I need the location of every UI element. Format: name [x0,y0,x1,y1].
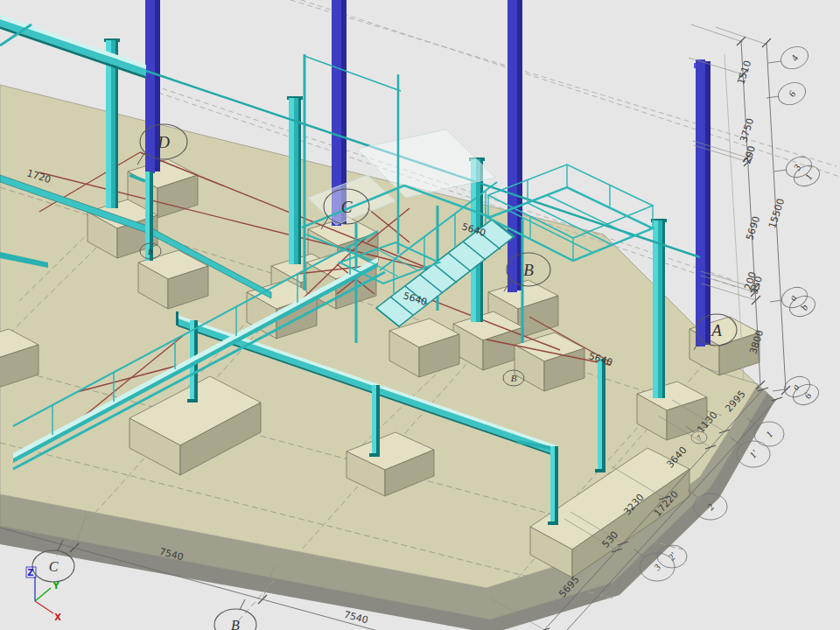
grid-bubble-label: b [148,246,153,256]
column-edge [662,220,665,398]
base-plate [595,469,606,472]
column-face [550,446,555,523]
grid-bubble-label: B [511,373,517,383]
column-face [598,359,602,471]
column-edge [602,359,606,471]
base-plate [187,399,198,402]
column-side [705,61,710,345]
column-face [372,385,376,455]
column-edge [555,446,558,523]
beam-end-plate [176,312,178,326]
column-edge [376,385,380,455]
column-face [289,98,294,264]
grid-bubble-label: A [710,321,722,340]
steel-column-blue[interactable] [694,60,710,346]
ucs-label-y: Y [52,581,60,591]
steel-column-blue[interactable] [508,0,522,292]
base-plate [369,453,380,457]
column-face [145,0,155,173]
grid-bubble-label: B [231,618,240,630]
grid-bubble-label: D [157,133,170,151]
column-face [653,220,658,398]
base-plate [548,522,558,525]
column-face [696,60,705,346]
ucs-label-z: Z [27,568,33,578]
grid-bubble-label: C [341,198,353,216]
column-web [658,220,662,398]
grid-bubble-label: C [49,559,59,574]
grid-bubble-label: B [523,261,534,279]
model-viewport[interactable]: 1510 3750 200 5690 200 350 3800 15500 29… [0,0,840,630]
column-face [508,0,517,292]
ucs-label-x: X [54,612,61,622]
